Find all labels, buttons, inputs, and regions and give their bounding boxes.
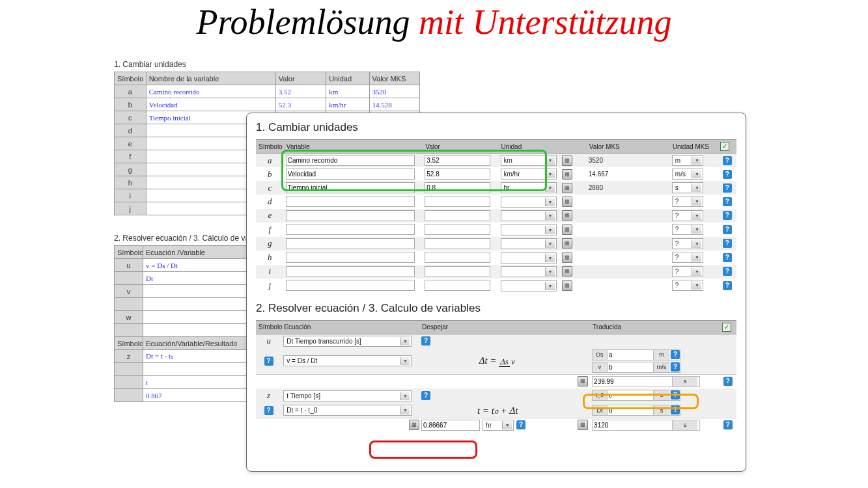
label-t0: t_0 [593, 390, 608, 400]
calculator-icon[interactable]: ▦ [562, 197, 572, 207]
help-icon[interactable]: ? [723, 183, 732, 193]
input-valor[interactable] [425, 224, 490, 235]
calculator-icon[interactable]: ▦ [562, 183, 572, 193]
select-unidad[interactable]: ▼ [501, 210, 557, 221]
help-icon[interactable]: ? [723, 377, 733, 386]
calculator-icon[interactable]: ▦ [562, 238, 572, 249]
select-unidad[interactable]: ▼ [501, 238, 557, 249]
select-mks-unit[interactable]: s▼ [672, 182, 704, 193]
help-icon[interactable]: ? [264, 406, 273, 415]
calculator-icon[interactable]: ▦ [562, 266, 572, 277]
help-icon[interactable]: ? [723, 156, 732, 165]
input-variable[interactable] [286, 224, 415, 235]
chevron-down-icon: ▼ [545, 156, 555, 165]
help-icon[interactable]: ? [723, 281, 732, 290]
hdr-valor: Valor [423, 139, 498, 154]
help-icon[interactable]: ? [723, 239, 732, 248]
select-mks-unit[interactable]: ?▼ [672, 280, 704, 291]
input-valor[interactable] [425, 266, 490, 277]
calculator-icon[interactable]: ▦ [562, 210, 572, 221]
input-manual-z[interactable] [421, 420, 480, 431]
select-mks-unit[interactable]: ?▼ [672, 266, 704, 277]
hdr-trad: Traducida [590, 320, 720, 334]
help-icon[interactable]: ? [723, 197, 732, 206]
input-variable[interactable] [286, 155, 415, 166]
input-t0[interactable] [608, 390, 653, 400]
help-icon[interactable]: ? [723, 211, 732, 220]
input-valor[interactable] [425, 280, 490, 291]
select-unidad[interactable]: ▼ [501, 197, 557, 208]
help-icon[interactable]: ? [421, 391, 430, 400]
select-mks-unit[interactable]: ?▼ [672, 196, 704, 207]
hdr-ecu: Ecuación [281, 320, 419, 334]
calculator-icon[interactable]: ▦ [562, 156, 572, 166]
select-unidad[interactable]: km/hr▼ [501, 169, 557, 180]
input-variable[interactable] [286, 210, 415, 221]
help-icon[interactable]: ? [723, 225, 732, 234]
select-mks-unit[interactable]: m▼ [672, 155, 704, 166]
input-valor[interactable] [425, 169, 490, 180]
select-mks-unit[interactable]: m/s▼ [672, 169, 704, 180]
calculator-icon[interactable]: ▦ [562, 169, 572, 180]
result-z-value[interactable] [593, 420, 672, 430]
select-equation-z[interactable]: Dt = t - t_0▼ [283, 405, 412, 416]
input-Dt[interactable] [608, 405, 653, 415]
input-valor[interactable] [425, 182, 490, 193]
check-icon[interactable]: ✓ [720, 142, 729, 151]
select-unidad[interactable]: km▼ [501, 155, 557, 166]
select-unidad[interactable]: ▼ [501, 252, 557, 264]
input-variable[interactable] [286, 280, 415, 291]
help-icon[interactable]: ? [671, 362, 680, 372]
input-variable[interactable] [286, 182, 415, 193]
select-unidad[interactable]: ▼ [501, 224, 557, 236]
select-unidad[interactable]: hr▼ [501, 182, 557, 193]
help-icon[interactable]: ? [671, 405, 680, 414]
input-valor[interactable] [425, 155, 490, 166]
help-icon[interactable]: ? [723, 267, 732, 276]
select-mks-unit[interactable]: ?▼ [672, 210, 704, 221]
input-valor[interactable] [425, 210, 490, 221]
input-variable[interactable] [286, 252, 415, 263]
help-icon[interactable]: ? [723, 420, 733, 429]
input-valor[interactable] [425, 196, 490, 207]
calculator-icon[interactable]: ▦ [562, 224, 572, 235]
chevron-down-icon: ▼ [545, 198, 555, 206]
input-variable[interactable] [286, 196, 415, 207]
input-valor[interactable] [425, 252, 490, 263]
calculator-icon[interactable]: ▦ [409, 420, 419, 430]
check-icon[interactable]: ✓ [722, 323, 731, 332]
units-row: akm▼▦3520m▼? [256, 154, 736, 167]
input-Ds[interactable] [608, 350, 653, 360]
select-mks-unit[interactable]: ?▼ [672, 224, 704, 235]
input-v[interactable] [608, 362, 653, 372]
result-z: s [592, 420, 700, 431]
units-table: Símbolo Variable Valor Unidad Valor MKS … [256, 139, 736, 293]
select-variable-z[interactable]: t Tiempo [s]▼ [283, 390, 412, 401]
help-icon[interactable]: ? [671, 350, 680, 359]
input-variable[interactable] [286, 266, 415, 277]
help-icon[interactable]: ? [516, 420, 525, 429]
panel-sec1-heading: 1. Cambiar unidades [256, 121, 736, 134]
help-icon[interactable]: ? [421, 336, 430, 346]
units-row: chr▼▦2880s▼? [256, 181, 736, 195]
input-valor[interactable] [425, 238, 490, 249]
calculator-icon[interactable]: ▦ [578, 420, 588, 430]
select-equation-u[interactable]: v = Ds / Dt▼ [283, 355, 412, 366]
calculator-icon[interactable]: ▦ [562, 252, 572, 263]
help-icon[interactable]: ? [723, 253, 732, 262]
help-icon[interactable]: ? [671, 390, 680, 400]
select-variable-u[interactable]: Dt Tiempo transcurrido [s]▼ [283, 336, 412, 347]
select-manual-unit-z[interactable]: hr▼ [483, 420, 514, 431]
input-variable[interactable] [286, 169, 415, 180]
help-icon[interactable]: ? [723, 170, 732, 179]
select-mks-unit[interactable]: ?▼ [672, 252, 704, 263]
help-icon[interactable]: ? [264, 357, 273, 366]
input-variable[interactable] [286, 238, 415, 249]
calculator-icon[interactable]: ▦ [578, 376, 588, 386]
select-unidad[interactable]: ▼ [501, 280, 557, 291]
result-u-value[interactable] [593, 377, 672, 386]
mks-value [587, 195, 664, 209]
select-mks-unit[interactable]: ?▼ [672, 238, 704, 249]
calculator-icon[interactable]: ▦ [562, 280, 572, 291]
select-unidad[interactable]: ▼ [501, 266, 557, 277]
